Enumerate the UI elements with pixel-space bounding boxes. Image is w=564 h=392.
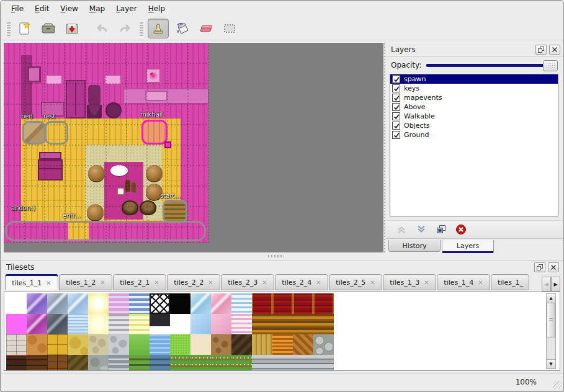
tile-grass-flowers[interactable]: [211, 355, 231, 371]
tile-white[interactable]: [6, 293, 27, 314]
tile-glow-yellow[interactable]: [88, 293, 109, 314]
tile-herringbone[interactable]: [293, 334, 313, 355]
scroll-down-button[interactable]: ▼: [547, 359, 555, 368]
layer-visibility-checkbox[interactable]: [392, 84, 400, 92]
map-canvas[interactable]: bedrestmikhailstart...entr...andon:): [4, 43, 383, 252]
tile-glass-cyan[interactable]: [190, 293, 211, 314]
tile-brick-blue[interactable]: [150, 355, 170, 371]
resize-grip-icon[interactable]: [553, 381, 562, 390]
tileset-tab-tiles_2_1[interactable]: tiles_2_1✕: [113, 274, 166, 290]
stamp-brush-button[interactable]: [148, 19, 169, 38]
tile-water-light[interactable]: [68, 314, 88, 334]
tile-wall-red[interactable]: [252, 293, 272, 314]
tile-glass-magenta[interactable]: [27, 314, 47, 334]
toolbar-drag-handle[interactable]: [140, 21, 143, 36]
map-object-start[interactable]: [163, 200, 187, 223]
close-tab-icon[interactable]: ✕: [370, 279, 375, 286]
menu-layer[interactable]: Layer: [110, 2, 142, 15]
tile-stone-blocks[interactable]: [6, 334, 27, 355]
tile-brick-gray[interactable]: [109, 355, 129, 371]
tileset-view[interactable]: ▲ ▼: [4, 292, 560, 371]
close-tab-icon[interactable]: ✕: [46, 280, 51, 287]
scroll-up-button[interactable]: ▲: [547, 294, 555, 303]
close-panel-button[interactable]: [548, 262, 559, 272]
tile-grass-flowers[interactable]: [170, 355, 190, 371]
open-file-button[interactable]: [38, 19, 58, 38]
menu-edit[interactable]: Edit: [29, 2, 55, 15]
layer-visibility-checkbox[interactable]: [392, 75, 400, 83]
tile-glass-pink[interactable]: [211, 293, 231, 314]
scrollbar-thumb[interactable]: [547, 303, 555, 337]
menu-map[interactable]: Map: [84, 2, 110, 15]
undo-button[interactable]: [92, 19, 112, 38]
tile-wall-red[interactable]: [313, 293, 334, 314]
tile-brick-brown[interactable]: [27, 355, 47, 371]
tile-brick-rows[interactable]: [252, 355, 272, 371]
tile-water-deep[interactable]: [150, 334, 170, 355]
tile-tile-yellow[interactable]: [47, 334, 68, 355]
new-file-button[interactable]: [15, 19, 35, 38]
tile-block-brown[interactable]: [47, 355, 68, 371]
tile-brick-rows[interactable]: [313, 355, 334, 371]
close-tab-icon[interactable]: ✕: [154, 279, 159, 286]
duplicate-layer-button[interactable]: [433, 222, 449, 237]
layer-visibility-checkbox[interactable]: [392, 103, 400, 111]
tile-pebble-brown[interactable]: [211, 334, 231, 355]
layer-visibility-checkbox[interactable]: [392, 122, 400, 130]
close-tab-icon[interactable]: ✕: [316, 279, 321, 286]
tileset-tab-tiles_1_1[interactable]: tiles_1_1✕: [5, 274, 58, 290]
lower-layer-button[interactable]: [413, 222, 429, 237]
tile-brick-moss[interactable]: [129, 355, 150, 371]
tile-stripe-blue[interactable]: [129, 293, 150, 314]
map-object-mikhail[interactable]: [141, 120, 168, 145]
eraser-button[interactable]: [196, 19, 216, 38]
tileset-tab-tiles_2_2[interactable]: tiles_2_2✕: [167, 274, 220, 290]
tile-stone-orange[interactable]: [27, 334, 47, 355]
close-panel-button[interactable]: [549, 45, 560, 55]
close-tab-icon[interactable]: ✕: [527, 279, 529, 286]
tile-stripe-pink[interactable]: [109, 293, 129, 314]
tileset-tab-tiles_2_3[interactable]: tiles_2_3✕: [221, 274, 274, 290]
tile-wall-brown[interactable]: [272, 314, 293, 334]
toolbar-drag-handle[interactable]: [7, 21, 11, 36]
tile-wall-brown[interactable]: [293, 314, 313, 334]
close-tab-icon[interactable]: ✕: [208, 279, 213, 286]
float-panel-button[interactable]: [534, 262, 545, 272]
tile-glass-gray[interactable]: [47, 293, 68, 314]
tile-brick-rows[interactable]: [272, 355, 293, 371]
layer-row-Objects[interactable]: Objects: [390, 121, 558, 130]
delete-layer-button[interactable]: [453, 222, 469, 237]
tile-stone-yellow[interactable]: [68, 334, 88, 355]
object-resize-handle[interactable]: [164, 141, 171, 148]
tile-glass-dark[interactable]: [47, 314, 68, 334]
opacity-slider-handle[interactable]: [543, 60, 558, 71]
menu-view[interactable]: View: [55, 2, 83, 15]
map-object-entrance-bar[interactable]: [5, 221, 206, 241]
tile-stripe-pink2[interactable]: [231, 314, 252, 334]
tileset-tab-tiles_1_3[interactable]: tiles_1_3✕: [383, 274, 436, 290]
tileset-tab-tiles_2_4[interactable]: tiles_2_4✕: [275, 274, 328, 290]
tile-grass[interactable]: [170, 334, 190, 355]
menu-help[interactable]: Help: [143, 2, 171, 15]
close-tab-icon[interactable]: ✕: [100, 279, 105, 286]
tile-brick-dark[interactable]: [6, 355, 27, 371]
tile-dark-chip[interactable]: [150, 314, 170, 334]
tile-pale-yellow[interactable]: [88, 314, 109, 334]
tile-logs-gray[interactable]: [313, 334, 334, 355]
redo-button[interactable]: [115, 19, 135, 38]
tile-stone-dark[interactable]: [68, 355, 88, 371]
tile-empty[interactable]: [170, 314, 190, 334]
tile-wall-brown[interactable]: [313, 314, 334, 334]
float-panel-button[interactable]: [535, 45, 547, 55]
map-object-rest[interactable]: [45, 121, 68, 145]
layer-visibility-checkbox[interactable]: [392, 112, 400, 120]
tileset-tab-tiles_1_[interactable]: tiles_1_✕: [491, 274, 529, 290]
menu-file[interactable]: File: [6, 2, 29, 15]
save-file-button[interactable]: [62, 19, 82, 38]
tile-plain-pink[interactable]: [211, 314, 231, 334]
tile-grass-flowers[interactable]: [190, 355, 211, 371]
tile-wall-red[interactable]: [272, 293, 293, 314]
tile-shingle-dark[interactable]: [231, 334, 252, 355]
tile-plain-blue[interactable]: [190, 314, 211, 334]
scroll-tabs-right-button[interactable]: ▶: [551, 277, 560, 292]
